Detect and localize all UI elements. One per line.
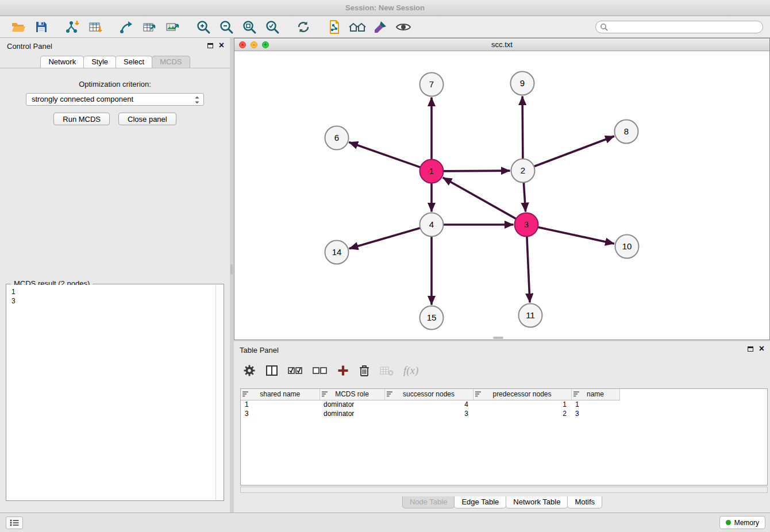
maximize-window-icon[interactable]: + [262, 41, 269, 48]
show-graphics-details-button[interactable] [392, 18, 415, 36]
graph-node-3[interactable]: 3 [515, 213, 538, 237]
graph-edge-2-3[interactable] [523, 182, 525, 212]
open-folder-button[interactable] [7, 18, 30, 36]
close-panel-icon[interactable]: × [219, 42, 224, 49]
graph-edge-2-8[interactable] [533, 136, 614, 167]
graph-edge-3-1[interactable] [443, 178, 517, 219]
table-cell[interactable]: 1 [571, 400, 619, 409]
select-all-columns-button[interactable] [288, 365, 303, 376]
zoom-selected-button[interactable] [261, 18, 284, 36]
delete-column-button[interactable] [359, 364, 370, 377]
column-header-shared-name[interactable]: shared name [241, 389, 319, 400]
run-mcds-button[interactable]: Run MCDS [53, 113, 110, 125]
graph-edge-1-2[interactable] [442, 171, 510, 171]
memory-button[interactable]: Memory [719, 516, 765, 529]
apply-style-button[interactable] [369, 18, 392, 36]
new-table-icon [142, 20, 157, 34]
tab-select[interactable]: Select [116, 56, 152, 68]
home-pair-button[interactable] [346, 18, 369, 36]
graph-edge-1-6[interactable] [349, 142, 421, 168]
graph-edge-4-14[interactable] [349, 228, 422, 249]
graph-node-11[interactable]: 11 [519, 304, 542, 327]
zoom-in-button[interactable] [192, 18, 215, 36]
table-row[interactable]: 1dominator411 [241, 400, 619, 409]
unselect-all-columns-button[interactable] [313, 365, 328, 376]
show-column-button[interactable] [265, 364, 278, 377]
column-header-successor-nodes[interactable]: successor nodes [384, 389, 473, 400]
tab-network-table[interactable]: Network Table [506, 496, 568, 508]
result-item[interactable]: 1 [11, 287, 215, 296]
table-cell[interactable]: 3 [384, 409, 473, 418]
settings-gear-button[interactable] [243, 364, 256, 377]
new-table-button[interactable] [138, 18, 161, 36]
delete-table-button[interactable] [380, 365, 394, 376]
mcds-result-box: MCDS result (2 nodes) 13 [6, 284, 224, 501]
new-network-button[interactable] [115, 18, 138, 36]
graph-node-8[interactable]: 8 [615, 120, 638, 144]
tab-motifs[interactable]: Motifs [567, 496, 602, 508]
tab-network[interactable]: Network [40, 56, 84, 68]
criterion-value: strongly connected component [32, 95, 133, 103]
table-cell[interactable]: 3 [571, 409, 619, 418]
task-history-button[interactable] [6, 516, 23, 529]
checked-boxes-icon [288, 365, 303, 376]
table-cell[interactable]: 3 [241, 409, 319, 418]
graph-node-1[interactable]: 1 [420, 160, 444, 183]
close-window-icon[interactable]: × [239, 41, 246, 48]
float-table-panel-icon[interactable] [748, 346, 753, 352]
tab-style[interactable]: Style [83, 56, 116, 68]
sort-icon [475, 391, 482, 397]
graph-edge-3-10[interactable] [537, 227, 614, 244]
graph-edge-2-9[interactable] [522, 97, 523, 160]
import-table-button[interactable] [84, 18, 107, 36]
graph-node-10[interactable]: 10 [615, 235, 639, 259]
function-builder-button[interactable]: f(x) [403, 364, 418, 377]
graph-node-9[interactable]: 9 [511, 72, 534, 95]
graph-node-7[interactable]: 7 [420, 73, 444, 97]
add-column-button[interactable] [337, 365, 349, 376]
import-network-button[interactable] [61, 18, 84, 36]
column-header-MCDS-role[interactable]: MCDS role [319, 389, 384, 400]
column-header-label: MCDS role [335, 390, 369, 398]
tab-node-table[interactable]: Node Table [402, 496, 455, 508]
table-cell[interactable]: 1 [473, 400, 571, 409]
vertical-splitter-handle[interactable] [230, 264, 233, 275]
save-session-button[interactable] [30, 18, 53, 36]
column-header-name[interactable]: name [571, 389, 619, 400]
node-table: shared nameMCDS rolesuccessor nodesprede… [240, 388, 768, 485]
table-cell[interactable]: 4 [384, 400, 473, 409]
table-horizontal-scrollbar[interactable] [240, 487, 768, 493]
export-image-button[interactable] [161, 18, 184, 36]
zoom-out-button[interactable] [215, 18, 238, 36]
table-cell[interactable]: dominator [319, 409, 384, 418]
minimize-window-icon[interactable]: − [251, 41, 257, 48]
graph-node-14[interactable]: 14 [325, 241, 349, 264]
float-panel-icon[interactable] [207, 43, 213, 48]
result-scrollbar[interactable] [215, 285, 223, 500]
result-item[interactable]: 3 [11, 296, 215, 306]
criterion-dropdown[interactable]: strongly connected component [26, 93, 204, 106]
refresh-layout-button[interactable] [292, 18, 315, 36]
clone-network-button[interactable] [323, 18, 346, 36]
table-row[interactable]: 3dominator323 [241, 409, 619, 418]
network-window-titlebar[interactable]: × − + scc.txt [234, 38, 769, 51]
close-panel-button[interactable]: Close panel [118, 113, 176, 125]
table-cell[interactable]: 2 [473, 409, 571, 418]
export-image-icon [165, 20, 180, 34]
search-input[interactable] [595, 21, 763, 33]
table-cell[interactable]: dominator [319, 400, 384, 409]
table-cell[interactable]: 1 [241, 400, 319, 409]
graph-node-6[interactable]: 6 [325, 126, 349, 150]
tab-edge-table[interactable]: Edge Table [454, 496, 506, 508]
graph-node-2[interactable]: 2 [511, 159, 535, 183]
horizontal-splitter-handle[interactable] [493, 337, 503, 339]
graph-node-4[interactable]: 4 [420, 213, 444, 237]
table-panel-title: Table Panel [240, 346, 279, 354]
graph-node-15[interactable]: 15 [420, 306, 444, 330]
close-table-panel-icon[interactable]: × [759, 345, 764, 352]
network-canvas[interactable]: 7968124314101511 [234, 51, 769, 340]
column-header-predecessor-nodes[interactable]: predecessor nodes [473, 389, 571, 400]
graph-edge-3-11[interactable] [527, 236, 530, 303]
zoom-fit-button[interactable] [238, 18, 261, 36]
tab-mcds[interactable]: MCDS [152, 56, 190, 68]
